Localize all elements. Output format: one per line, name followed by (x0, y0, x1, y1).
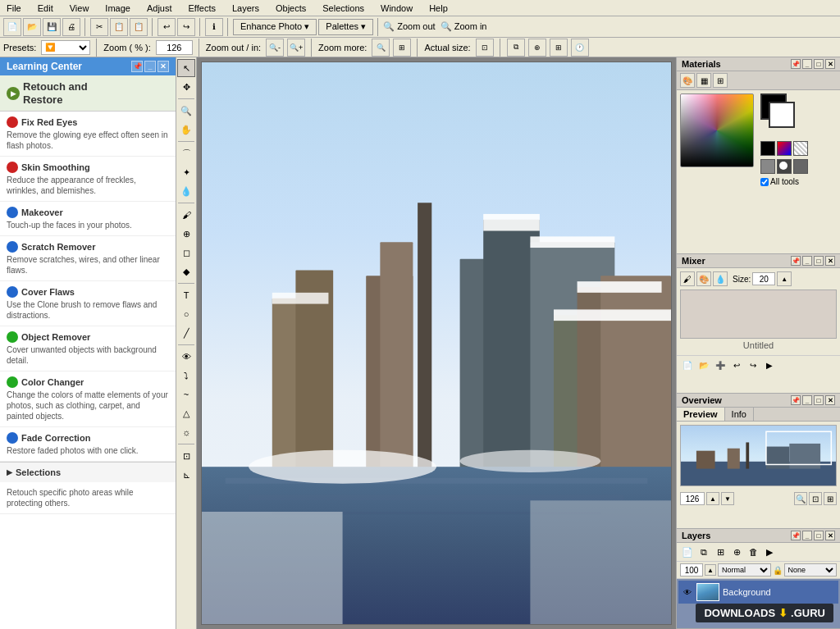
redo-button[interactable]: ↪ (177, 18, 195, 36)
mixer-undo-btn[interactable]: ↩ (729, 358, 744, 372)
zoom-in-link[interactable]: 🔍 Zoom in (441, 21, 487, 32)
cut-button[interactable]: ✂ (90, 18, 108, 36)
mixer-size-input[interactable] (752, 272, 775, 285)
history-btn[interactable]: 🕐 (571, 39, 589, 57)
shapes-tool[interactable]: ○ (177, 305, 195, 323)
mixer-size-up-btn[interactable]: ▲ (777, 271, 792, 286)
other-tool-2[interactable] (777, 159, 792, 174)
layers-minimize-btn[interactable]: _ (802, 531, 812, 540)
overview-full-btn[interactable]: ⊞ (824, 492, 837, 505)
layer-new-btn[interactable]: 📄 (680, 545, 695, 559)
fg-bg-colors[interactable] (760, 93, 801, 134)
mixer-redo-btn[interactable]: ↪ (746, 358, 760, 372)
select-tool[interactable]: ↖ (177, 59, 195, 77)
overview-zoom-minus-btn[interactable]: ▲ (706, 492, 719, 505)
overview-minimize-btn[interactable]: _ (802, 395, 812, 405)
layers-opacity-input[interactable] (680, 563, 703, 577)
crop-tool[interactable]: ⊡ (177, 447, 195, 465)
color-picker[interactable] (680, 93, 754, 167)
menu-edit[interactable]: Edit (34, 2, 57, 15)
mixer-canvas[interactable] (680, 289, 837, 339)
fill-tool[interactable]: ◆ (177, 262, 195, 280)
new-button[interactable]: 📄 (3, 18, 21, 36)
smudge-tool[interactable]: ~ (177, 385, 195, 403)
overview-thumbnail[interactable] (680, 425, 837, 486)
fade-correction-item[interactable]: Fade Correction Restore faded photos wit… (0, 427, 176, 462)
opacity-up-btn[interactable]: ▲ (705, 564, 716, 576)
background-layer-item[interactable]: 👁 Background (678, 581, 838, 604)
layer-visibility-btn[interactable]: 👁 (682, 586, 693, 598)
paste-new-btn[interactable]: ⊕ (528, 39, 546, 57)
menu-image[interactable]: Image (102, 2, 134, 15)
undo-button[interactable]: ↩ (158, 18, 176, 36)
overview-zoom-input[interactable] (680, 492, 705, 505)
materials-minimize-btn[interactable]: _ (802, 59, 812, 69)
mixer-new-btn[interactable]: 📄 (680, 358, 695, 372)
enhance-photo-button[interactable]: Enhance Photo ▾ (233, 19, 317, 35)
zoom-more-btn[interactable]: 🔍 (372, 39, 390, 57)
print-button[interactable]: 🖨 (62, 18, 80, 36)
red-eye-tool[interactable]: 👁 (177, 348, 195, 366)
overview-actual-btn[interactable]: ⊡ (809, 492, 822, 505)
palettes-button[interactable]: Palettes ▾ (318, 19, 373, 35)
mixer-add-btn[interactable]: ➕ (713, 358, 728, 372)
dropper-tool[interactable]: 💧 (177, 182, 195, 200)
menu-objects[interactable]: Objects (272, 2, 309, 15)
image-canvas[interactable] (202, 75, 671, 621)
lasso-tool[interactable]: ⌒ (177, 144, 195, 162)
layer-more-btn[interactable]: ▶ (762, 545, 777, 559)
materials-pin-btn[interactable]: 📌 (791, 59, 801, 69)
paste-layer-btn[interactable]: ⊞ (550, 39, 568, 57)
overview-preview-tab[interactable]: Preview (677, 408, 725, 421)
paste-button[interactable]: 📋 (130, 18, 148, 36)
overview-zoom-plus-btn[interactable]: ▼ (721, 492, 734, 505)
materials-close-btn[interactable]: ✕ (825, 59, 835, 69)
overview-maximize-btn[interactable]: □ (814, 395, 824, 405)
menu-view[interactable]: View (66, 2, 93, 15)
mixer-more-btn[interactable]: ▶ (762, 358, 777, 372)
move-tool[interactable]: ✥ (177, 78, 195, 96)
other-tool-1[interactable] (760, 159, 775, 174)
other-tool-3[interactable] (793, 159, 808, 174)
actual-size-btn[interactable]: ⊡ (476, 39, 494, 57)
lc-pin-btn[interactable]: 📌 (131, 61, 143, 72)
materials-maximize-btn[interactable]: □ (814, 59, 824, 69)
sharpen-tool[interactable]: △ (177, 404, 195, 422)
presets-dropdown[interactable]: 🔽 (41, 40, 90, 55)
mixer-maximize-btn[interactable]: □ (814, 256, 824, 266)
layer-merge-btn[interactable]: ⊕ (729, 545, 744, 559)
mat-pattern-tab[interactable]: ⊞ (713, 73, 728, 88)
zoom-out-link[interactable]: 🔍 Zoom out (383, 21, 436, 32)
mat-color-tab[interactable]: 🎨 (680, 73, 695, 88)
menu-layers[interactable]: Layers (229, 2, 262, 15)
scratch-remover-item[interactable]: Scratch Remover Remove scratches, wires,… (0, 236, 176, 281)
open-button[interactable]: 📂 (23, 18, 41, 36)
overview-info-tab[interactable]: Info (725, 408, 754, 421)
skin-smoothing-item[interactable]: Skin Smoothing Reduce the appearance of … (0, 157, 176, 202)
zoom-tool[interactable]: 🔍 (177, 102, 195, 120)
lc-minimize-btn[interactable]: _ (144, 61, 156, 72)
paint-brush-tool[interactable]: 🖌 (177, 206, 195, 224)
line-tool[interactable]: ╱ (177, 324, 195, 342)
copy-merged-btn[interactable]: ⧉ (507, 39, 525, 57)
menu-adjust[interactable]: Adjust (144, 2, 176, 15)
lock-dropdown[interactable]: None (784, 563, 838, 577)
cover-flaws-item[interactable]: Cover Flaws Use the Clone brush to remov… (0, 281, 176, 326)
layers-close-btn[interactable]: ✕ (825, 531, 835, 540)
zoom-out-btn[interactable]: 🔍- (266, 39, 284, 57)
mixer-palette-btn[interactable]: 🎨 (696, 271, 711, 286)
mixer-sample-btn[interactable]: 💧 (713, 271, 728, 286)
info-button[interactable]: ℹ (205, 18, 223, 36)
fg-gradient-swatch[interactable] (777, 141, 792, 156)
copy-button[interactable]: 📋 (110, 18, 128, 36)
menu-file[interactable]: File (3, 2, 25, 15)
lc-close-btn[interactable]: ✕ (158, 61, 169, 72)
mixer-brush-btn[interactable]: 🖌 (680, 271, 695, 286)
pan-tool[interactable]: ✋ (177, 121, 195, 139)
dodge-tool[interactable]: ☼ (177, 423, 195, 441)
layers-maximize-btn[interactable]: □ (814, 531, 824, 540)
blend-mode-dropdown[interactable]: Normal Multiply Screen (718, 563, 771, 577)
mixer-minimize-btn[interactable]: _ (802, 256, 812, 266)
color-changer-item[interactable]: Color Changer Change the colors of matte… (0, 371, 176, 427)
menu-window[interactable]: Window (377, 2, 416, 15)
